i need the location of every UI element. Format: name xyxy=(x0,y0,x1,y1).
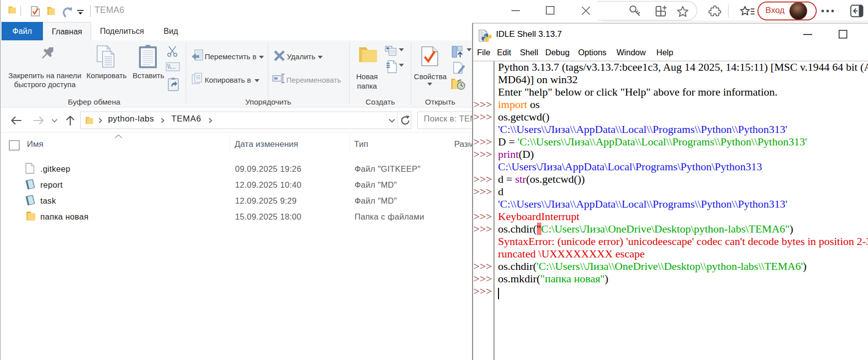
svg-text:\\...: \\... xyxy=(167,63,176,70)
